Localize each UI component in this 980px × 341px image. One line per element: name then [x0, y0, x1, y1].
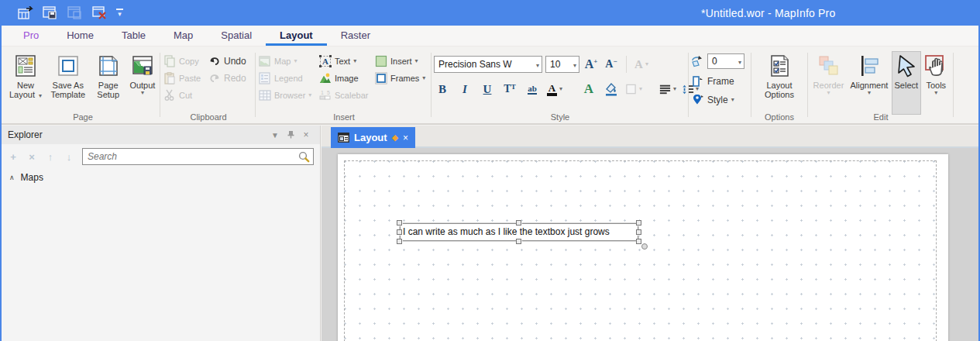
- resize-handle-bottom-right[interactable]: [636, 239, 641, 244]
- map-icon: [258, 55, 271, 67]
- frame-icon: [691, 75, 704, 88]
- dropdown-caret[interactable]: ▾: [559, 86, 562, 92]
- style-pin-button[interactable]: Style ▾: [691, 91, 750, 108]
- dropdown-caret: ▾: [645, 61, 648, 67]
- window-title: *Untitled.wor - MapInfo Pro: [701, 0, 835, 26]
- save-workspace-icon[interactable]: [42, 5, 59, 21]
- style-fill-button[interactable]: [603, 80, 620, 98]
- insert-shape-button[interactable]: Insert▾: [374, 53, 430, 70]
- group-label-edit: Edit: [810, 112, 951, 122]
- rotation-control[interactable]: 0▾: [691, 53, 750, 70]
- insert-image-button[interactable]: Image: [318, 70, 374, 87]
- search-input[interactable]: [88, 151, 298, 162]
- underline-button[interactable]: U: [479, 80, 496, 98]
- grow-font-button[interactable]: A+: [583, 55, 600, 74]
- select-button[interactable]: Select: [892, 51, 921, 115]
- superscript-button[interactable]: TT: [501, 80, 518, 98]
- undo-button[interactable]: Undo: [208, 53, 251, 70]
- document-tab-layout[interactable]: Layout ◆ ×: [331, 127, 415, 148]
- resize-handle-bottom-mid[interactable]: [516, 239, 521, 244]
- font-size-combo[interactable]: 10▾: [545, 56, 579, 73]
- selected-textbox[interactable]: I can write as much as I like the textbo…: [400, 223, 638, 241]
- dropdown-caret: ▾: [294, 58, 297, 64]
- page-setup-button[interactable]: Page Setup: [91, 51, 126, 100]
- chevron-down-icon[interactable]: ▾: [536, 62, 539, 69]
- cut-button: Cut: [163, 87, 208, 104]
- font-color-button[interactable]: A ▾: [546, 80, 563, 98]
- dropdown-caret: ▾: [353, 58, 356, 64]
- shrink-font-button[interactable]: A−: [603, 55, 620, 74]
- tab-layout[interactable]: Layout: [266, 26, 327, 46]
- bold-button[interactable]: B: [434, 80, 451, 98]
- tab-spatial[interactable]: Spatial: [207, 26, 266, 46]
- close-tab-icon[interactable]: ×: [403, 133, 408, 143]
- paragraph-align-button[interactable]: ▾: [659, 80, 676, 98]
- dropdown-caret[interactable]: ▾: [934, 90, 937, 96]
- explorer-section-maps[interactable]: ∧ Maps: [2, 169, 320, 186]
- border-style-button: ▾: [625, 80, 642, 98]
- resize-handle-bottom-left[interactable]: [397, 239, 402, 244]
- insert-frames-button[interactable]: Frames▾: [374, 70, 430, 87]
- dropdown-caret: ▾: [141, 90, 144, 96]
- tab-map[interactable]: Map: [160, 26, 207, 46]
- resize-handle-top-mid[interactable]: [516, 220, 521, 226]
- reorder-button: Reorder ▾: [810, 51, 847, 97]
- strikethrough-button[interactable]: ab: [524, 80, 541, 98]
- frame-button[interactable]: Frame: [691, 73, 750, 90]
- panel-menu-icon[interactable]: ▼: [267, 131, 283, 140]
- copy-button: Copy: [163, 53, 208, 70]
- layout-canvas[interactable]: I can write as much as I like the textbo…: [322, 148, 978, 341]
- chevron-down-icon[interactable]: ▾: [738, 59, 741, 66]
- alignment-button[interactable]: Alignment ▾: [847, 51, 892, 97]
- redo-icon: [208, 72, 221, 84]
- maps-section-label: Maps: [21, 172, 43, 183]
- scalebar-icon: 15: [318, 89, 332, 102]
- save-as-template-button[interactable]: Save As Template: [45, 51, 91, 100]
- resize-handle-mid-right[interactable]: [636, 229, 641, 235]
- close-all-icon[interactable]: [91, 5, 108, 21]
- tab-table[interactable]: Table: [108, 26, 160, 46]
- character-style-button[interactable]: A: [580, 80, 597, 98]
- dropdown-caret: ▾: [415, 58, 418, 64]
- cut-icon: [163, 89, 176, 102]
- output-button[interactable]: Output ▾: [126, 51, 160, 97]
- italic-button[interactable]: I: [456, 80, 473, 98]
- new-layout-icon: [13, 53, 38, 78]
- tab-pro[interactable]: Pro: [9, 26, 53, 46]
- search-icon[interactable]: [298, 151, 310, 163]
- resize-handle-top-right[interactable]: [636, 220, 641, 226]
- remove-icon: ×: [26, 151, 37, 163]
- frames-icon: [374, 72, 387, 84]
- panel-close-icon[interactable]: ×: [298, 129, 314, 140]
- dropdown-caret[interactable]: ▾: [868, 90, 871, 96]
- add-icon: +: [8, 151, 19, 163]
- output-icon: [130, 53, 155, 78]
- page-margin-grid: [344, 160, 937, 341]
- text-icon: A: [318, 55, 332, 67]
- save-as-template-icon: [56, 53, 81, 78]
- new-layout-button[interactable]: New Layout ▾: [6, 51, 45, 100]
- open-table-icon[interactable]: [17, 5, 34, 21]
- rotate-handle[interactable]: [641, 243, 648, 250]
- tab-home[interactable]: Home: [53, 26, 108, 46]
- explorer-toolbar: + × ↑ ↓: [2, 144, 320, 169]
- chevron-down-icon[interactable]: ▾: [573, 62, 576, 69]
- qat-overflow-icon[interactable]: ▾: [116, 9, 123, 18]
- svg-text:1: 1: [321, 90, 324, 95]
- document-area: Layout ◆ × I can write as much as I like…: [322, 126, 978, 341]
- layout-page[interactable]: I can write as much as I like the textbo…: [338, 154, 948, 341]
- explorer-title-bar: Explorer ▼ ×: [2, 126, 320, 144]
- layout-options-button[interactable]: Layout Options: [756, 51, 803, 100]
- rotation-spinner[interactable]: 0▾: [707, 53, 744, 69]
- insert-text-button[interactable]: A Text▾: [318, 53, 374, 70]
- resize-handle-mid-left[interactable]: [397, 229, 402, 235]
- tab-raster[interactable]: Raster: [327, 26, 384, 46]
- tools-button[interactable]: Tools ▾: [921, 51, 951, 97]
- panel-pin-icon[interactable]: [283, 130, 298, 140]
- font-name-combo[interactable]: Precision Sans W▾: [434, 56, 542, 73]
- search-box[interactable]: [82, 148, 314, 165]
- dropdown-caret[interactable]: ▾: [731, 97, 734, 103]
- resize-handle-top-left[interactable]: [397, 220, 402, 226]
- dropdown-caret[interactable]: ▾: [673, 86, 676, 92]
- collapse-icon[interactable]: ∧: [9, 174, 15, 181]
